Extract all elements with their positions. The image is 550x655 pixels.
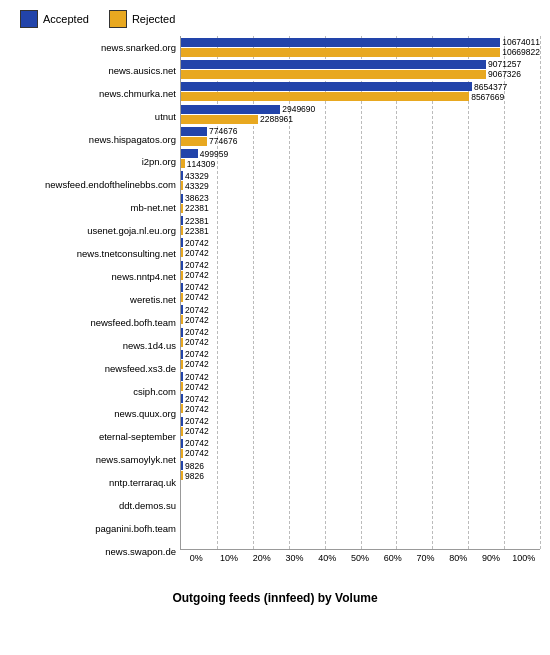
y-label: news.nntp4.net [10, 265, 180, 288]
accepted-bar [181, 60, 486, 69]
accepted-value: 22381 [185, 216, 209, 226]
y-label: news.swapon.de [10, 540, 180, 563]
accepted-value: 9826 [185, 461, 204, 471]
y-label: usenet.goja.nl.eu.org [10, 219, 180, 242]
bar-group: 774676774676 [181, 125, 540, 147]
rejected-value: 20742 [185, 382, 209, 392]
bar-group: 2074220742 [181, 259, 540, 281]
accepted-bar [181, 439, 183, 448]
rejected-bar [181, 338, 183, 347]
rejected-bar [181, 137, 207, 146]
y-label: csiph.com [10, 380, 180, 403]
y-label: i2pn.org [10, 151, 180, 174]
accepted-bar [181, 82, 472, 91]
rejected-value: 20742 [185, 448, 209, 458]
rejected-bar [181, 471, 183, 480]
rejected-value: 8567669 [471, 92, 504, 102]
accepted-value: 20742 [185, 260, 209, 270]
chart-area: news.snarked.orgnews.ausics.netnews.chmu… [10, 36, 540, 563]
accepted-value: 774676 [209, 126, 237, 136]
accepted-bar [181, 194, 183, 203]
bar-group: 2238122381 [181, 214, 540, 236]
rejected-color-box [109, 10, 127, 28]
rejected-bar [181, 181, 183, 190]
x-tick: 60% [376, 553, 409, 563]
legend: Accepted Rejected [10, 10, 540, 28]
accepted-value: 20742 [185, 416, 209, 426]
rejected-bar [181, 293, 183, 302]
rejected-bar [181, 248, 183, 257]
accepted-value: 2949690 [282, 104, 315, 114]
x-tick: 0% [180, 553, 213, 563]
y-label: newsfeed.endofthelinebbs.com [10, 173, 180, 196]
bar-group: 4332943329 [181, 170, 540, 192]
rejected-value: 20742 [185, 270, 209, 280]
x-axis: 0%10%20%30%40%50%60%70%80%90%100% [180, 553, 540, 563]
rejected-bar [181, 226, 183, 235]
x-tick: 30% [278, 553, 311, 563]
y-label: news.snarked.org [10, 36, 180, 59]
x-tick: 90% [475, 553, 508, 563]
accepted-bar [181, 350, 183, 359]
accepted-bar [181, 238, 183, 247]
accepted-bar [181, 171, 183, 180]
y-label: paganini.bofh.team [10, 517, 180, 540]
accepted-value: 8654377 [474, 82, 507, 92]
accepted-bar [181, 461, 183, 470]
rejected-value: 774676 [209, 136, 237, 146]
bar-group: 2074220742 [181, 437, 540, 459]
rejected-bar [181, 159, 185, 168]
bar-group: 29496902288961 [181, 103, 540, 125]
rejected-bar [181, 404, 183, 413]
rejected-bar [181, 70, 486, 79]
rejected-value: 20742 [185, 292, 209, 302]
rejected-value: 10669822 [502, 47, 540, 57]
accepted-bar [181, 261, 183, 270]
accepted-bar [181, 417, 183, 426]
y-label: newsfeed.xs3.de [10, 357, 180, 380]
rejected-bar [181, 382, 183, 391]
rejected-value: 22381 [185, 226, 209, 236]
rejected-bar [181, 449, 183, 458]
x-tick: 10% [213, 553, 246, 563]
rejected-value: 20742 [185, 404, 209, 414]
rejected-value: 43329 [185, 181, 209, 191]
y-label: weretis.net [10, 288, 180, 311]
accepted-bar [181, 105, 280, 114]
bar-group: 1067401110669822 [181, 36, 540, 58]
accepted-bar [181, 372, 183, 381]
bar-group: 3862322381 [181, 192, 540, 214]
rejected-bar [181, 427, 183, 436]
rejected-value: 114309 [187, 159, 215, 169]
accepted-value: 20742 [185, 327, 209, 337]
y-label: news.chmurka.net [10, 82, 180, 105]
accepted-value: 38623 [185, 193, 209, 203]
rejected-label: Rejected [132, 13, 175, 25]
bar-group: 499959114309 [181, 147, 540, 169]
bar-group: 2074220742 [181, 281, 540, 303]
bar-group: 2074220742 [181, 393, 540, 415]
rejected-value: 9067326 [488, 69, 521, 79]
rejected-value: 22381 [185, 203, 209, 213]
x-tick: 80% [442, 553, 475, 563]
y-label: news.tnetconsulting.net [10, 242, 180, 265]
accepted-bar [181, 216, 183, 225]
rejected-bar [181, 115, 258, 124]
accepted-value: 20742 [185, 349, 209, 359]
rejected-bar [181, 92, 469, 101]
legend-rejected: Rejected [109, 10, 175, 28]
y-label: newsfeed.bofh.team [10, 311, 180, 334]
rejected-bar [181, 315, 183, 324]
accepted-value: 20742 [185, 394, 209, 404]
rejected-value: 20742 [185, 359, 209, 369]
y-label: eternal-september [10, 425, 180, 448]
bars-wrapper: 1067401110669822907125790673268654377856… [180, 36, 540, 550]
rejected-value: 9826 [185, 471, 204, 481]
y-label: ddt.demos.su [10, 494, 180, 517]
chart-container: Accepted Rejected news.snarked.orgnews.a… [0, 0, 550, 655]
accepted-value: 9071257 [488, 59, 521, 69]
rejected-value: 20742 [185, 426, 209, 436]
bar-group: 2074220742 [181, 415, 540, 437]
accepted-bar [181, 283, 183, 292]
bar-group: 2074220742 [181, 326, 540, 348]
